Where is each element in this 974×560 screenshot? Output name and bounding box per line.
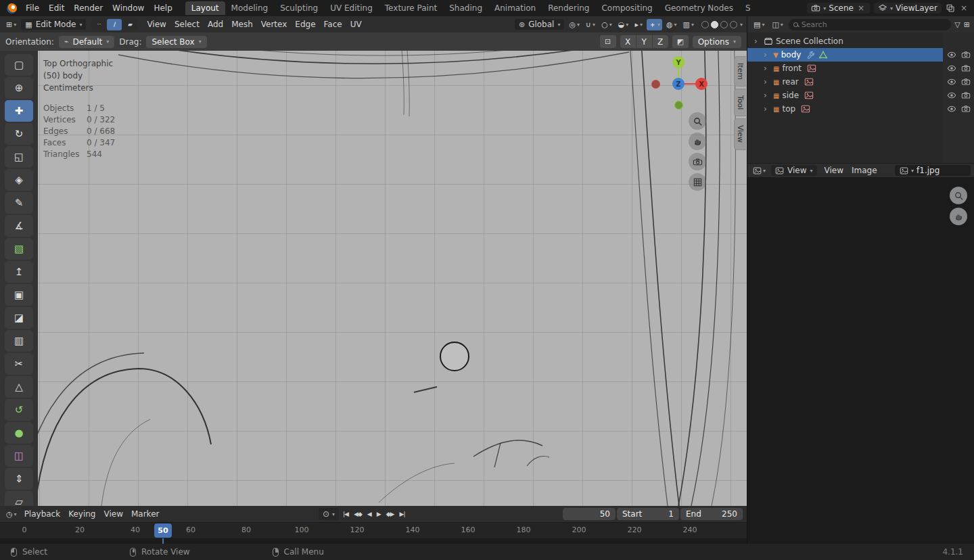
gizmo-neg-y-axis[interactable] <box>674 101 683 110</box>
tool-select-box[interactable]: ▢ <box>5 54 33 76</box>
shading-material-icon[interactable] <box>720 21 728 28</box>
shading-dropdown-icon[interactable]: ▾ <box>740 22 743 28</box>
timeline-menu-playback[interactable]: Playback <box>20 508 65 520</box>
perspective-toggle-button[interactable] <box>689 173 706 191</box>
options-dropdown[interactable]: Options ▾ <box>693 36 741 48</box>
frame-start-field[interactable]: Start 1 <box>617 508 679 520</box>
tool-transform[interactable]: ◈ <box>5 169 33 191</box>
play-button[interactable]: ▶ <box>374 509 384 519</box>
viewport-menu-view[interactable]: View <box>143 18 170 30</box>
outliner-item-front[interactable]: ›▦front <box>747 62 974 75</box>
gizmo-y-axis[interactable]: Y <box>672 56 685 68</box>
viewport-menu-face[interactable]: Face <box>320 18 346 30</box>
toggle-xray-icon[interactable]: ▥▾ <box>681 19 696 30</box>
gizmo-z-axis[interactable]: Z <box>672 78 685 90</box>
image-editor-canvas[interactable] <box>747 177 974 544</box>
expander-icon[interactable]: › <box>764 104 770 114</box>
tool-extrude-region[interactable]: ↥ <box>5 261 33 283</box>
tool-shear[interactable]: ▱ <box>5 491 33 506</box>
show-gizmos-icon[interactable]: ＋▾ <box>647 19 662 30</box>
disable-render-camera-icon[interactable] <box>961 77 971 87</box>
auto-keying-button[interactable]: ⊙▾ <box>319 508 339 520</box>
gizmo-x-axis[interactable]: X <box>695 78 708 90</box>
playhead[interactable]: 50 <box>154 523 172 538</box>
tool-inset-faces[interactable]: ▣ <box>5 284 33 306</box>
workspace-tab-shading[interactable]: Shading <box>443 1 488 15</box>
workspace-tab-rendering[interactable]: Rendering <box>542 1 595 15</box>
viewport-menu-add[interactable]: Add <box>204 18 227 30</box>
selectability-icon[interactable]: ▸▾ <box>632 19 645 30</box>
workspace-tab-modeling[interactable]: Modeling <box>225 1 275 15</box>
tool-annotate[interactable]: ✎ <box>5 192 33 214</box>
viewlayer-selector[interactable]: ▾ ViewLayer <box>874 3 942 14</box>
outliner-display-mode-button[interactable]: ◫▾ <box>770 20 785 30</box>
workspace-tab-layout[interactable]: Layout <box>185 1 225 15</box>
filter-funnel-icon[interactable]: ▽ <box>954 20 960 29</box>
workspace-tab-uv-editing[interactable]: UV Editing <box>324 1 379 15</box>
search-input[interactable] <box>802 20 946 29</box>
image-datablock-field[interactable]: ▾ f1.jpg <box>895 165 971 176</box>
tool-poly-build[interactable]: △ <box>5 376 33 398</box>
tool-knife[interactable]: ✂ <box>5 353 33 375</box>
viewport-menu-mesh[interactable]: Mesh <box>227 18 257 30</box>
proportional-editing-icon[interactable]: ○▾ <box>599 19 614 30</box>
sidebar-tab-view[interactable]: View <box>734 118 746 149</box>
tool-shrink-fatten[interactable]: ⇕ <box>5 468 33 490</box>
next-keyframe-button[interactable]: ◆▶ <box>384 509 397 519</box>
play-reverse-button[interactable]: ◀ <box>365 509 374 519</box>
zoom-button[interactable] <box>689 112 706 130</box>
visibility-icon[interactable]: ◒▾ <box>616 19 631 30</box>
jump-to-start-button[interactable]: |◀ <box>340 509 351 519</box>
jump-to-end-button[interactable]: ▶| <box>397 509 408 519</box>
image-menu-view[interactable]: View <box>820 164 848 177</box>
sidebar-tab-item[interactable]: Item <box>734 56 746 87</box>
tool-smooth[interactable]: ● <box>5 422 33 444</box>
orientation-dropdown[interactable]: ⌁ Default ▾ <box>59 36 115 48</box>
expander-icon[interactable]: › <box>764 50 770 60</box>
pivot-point-icon[interactable]: ◎▾ <box>567 19 582 30</box>
pan-button[interactable] <box>689 133 706 150</box>
tool-measure[interactable]: ∡ <box>5 215 33 237</box>
select-mode-face[interactable]: ▰ <box>122 19 137 30</box>
viewport-menu-select[interactable]: Select <box>170 18 204 30</box>
timeline-scroll-strip[interactable] <box>0 538 747 544</box>
menu-edit[interactable]: Edit <box>44 2 69 14</box>
image-pan-button[interactable] <box>950 208 967 225</box>
menu-file[interactable]: File <box>21 2 44 14</box>
hide-viewport-eye-icon[interactable] <box>947 64 956 73</box>
transform-orientation-dropdown[interactable]: ⊛ Global ▾ <box>515 19 565 30</box>
shading-solid-icon[interactable] <box>711 21 718 28</box>
menu-render[interactable]: Render <box>69 2 108 14</box>
sidebar-tab-tool[interactable]: Tool <box>734 89 746 116</box>
frame-end-field[interactable]: End 250 <box>680 508 743 520</box>
outliner-item-side[interactable]: ›▦side <box>747 89 974 102</box>
new-viewlayer-icon[interactable] <box>946 3 955 13</box>
workspace-tab-sculpting[interactable]: Sculpting <box>274 1 324 15</box>
outliner-search[interactable] <box>789 19 951 30</box>
menu-help[interactable]: Help <box>149 2 177 14</box>
gizmo-neg-x-axis[interactable] <box>651 80 660 89</box>
remove-viewlayer-icon[interactable]: × <box>959 3 969 13</box>
current-frame-field[interactable]: 50 <box>563 508 616 520</box>
image-zoom-button[interactable] <box>950 187 967 204</box>
workspace-tab-geometry-nodes[interactable]: Geometry Nodes <box>659 1 739 15</box>
hide-viewport-eye-icon[interactable] <box>947 77 956 87</box>
disable-render-camera-icon[interactable] <box>961 64 971 73</box>
expander-icon[interactable]: › <box>764 91 770 100</box>
viewport-menu-edge[interactable]: Edge <box>291 18 319 30</box>
expander-icon[interactable]: › <box>754 37 761 46</box>
navigation-gizmo[interactable]: Y Z X <box>644 53 718 118</box>
shading-rendered-icon[interactable] <box>730 21 737 28</box>
image-mode-dropdown[interactable]: View ▾ <box>771 165 817 176</box>
camera-view-button[interactable] <box>689 153 706 170</box>
editor-type-button[interactable]: ⊞▾ <box>4 20 18 30</box>
image-editor-type-button[interactable]: ▾ <box>751 166 768 176</box>
expander-icon[interactable]: › <box>764 77 770 87</box>
outliner-item-top[interactable]: ›▦top <box>747 102 974 116</box>
hide-viewport-eye-icon[interactable] <box>947 91 956 100</box>
workspace-tab-compositing[interactable]: Compositing <box>595 1 658 15</box>
workspace-tab-animation[interactable]: Animation <box>488 1 542 15</box>
outliner-item-rear[interactable]: ›▦rear <box>747 75 974 89</box>
outliner-item-body[interactable]: ›▼body <box>747 48 974 62</box>
axis-z-button[interactable]: Z <box>653 35 668 48</box>
